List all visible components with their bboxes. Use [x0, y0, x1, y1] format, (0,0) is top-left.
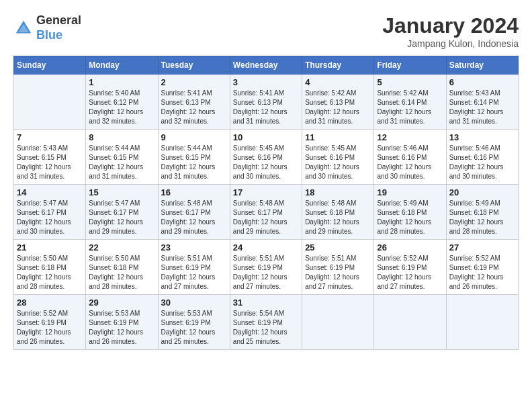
day-number: 3 — [233, 77, 299, 87]
calendar-cell: 27Sunrise: 5:52 AMSunset: 6:19 PMDayligh… — [446, 240, 518, 295]
week-row-5: 28Sunrise: 5:52 AMSunset: 6:19 PMDayligh… — [14, 295, 519, 350]
calendar-cell: 12Sunrise: 5:46 AMSunset: 6:16 PMDayligh… — [374, 130, 446, 185]
day-number: 19 — [377, 187, 443, 197]
calendar-cell: 16Sunrise: 5:48 AMSunset: 6:17 PMDayligh… — [158, 185, 230, 240]
day-number: 30 — [161, 298, 227, 308]
day-number: 5 — [377, 77, 443, 87]
day-number: 12 — [377, 132, 443, 142]
day-header-thursday: Thursday — [302, 56, 374, 75]
day-number: 21 — [17, 242, 83, 253]
day-info: Sunrise: 5:52 AMSunset: 6:19 PMDaylight:… — [17, 309, 83, 347]
logo-icon — [13, 18, 34, 38]
day-number: 23 — [161, 242, 227, 253]
day-info: Sunrise: 5:50 AMSunset: 6:18 PMDaylight:… — [17, 254, 83, 291]
calendar-cell: 20Sunrise: 5:49 AMSunset: 6:18 PMDayligh… — [446, 185, 518, 240]
calendar-cell — [446, 295, 518, 350]
day-header-monday: Monday — [86, 56, 158, 75]
calendar-cell: 30Sunrise: 5:53 AMSunset: 6:19 PMDayligh… — [158, 295, 230, 350]
day-number: 22 — [89, 242, 154, 253]
day-number: 17 — [233, 187, 299, 197]
day-info: Sunrise: 5:45 AMSunset: 6:16 PMDaylight:… — [305, 144, 371, 181]
day-info: Sunrise: 5:45 AMSunset: 6:16 PMDaylight:… — [233, 144, 299, 181]
calendar-cell: 5Sunrise: 5:42 AMSunset: 6:14 PMDaylight… — [374, 75, 446, 130]
day-header-sunday: Sunday — [14, 56, 86, 75]
day-info: Sunrise: 5:44 AMSunset: 6:15 PMDaylight:… — [161, 144, 227, 181]
week-row-4: 21Sunrise: 5:50 AMSunset: 6:18 PMDayligh… — [14, 240, 519, 295]
day-header-wednesday: Wednesday — [230, 56, 302, 75]
day-info: Sunrise: 5:46 AMSunset: 6:16 PMDaylight:… — [449, 144, 515, 181]
day-info: Sunrise: 5:53 AMSunset: 6:19 PMDaylight:… — [89, 309, 154, 347]
page-header: General Blue January 2024 Jampang Kulon,… — [13, 13, 519, 49]
calendar-cell: 6Sunrise: 5:43 AMSunset: 6:14 PMDaylight… — [446, 75, 518, 130]
calendar-cell: 29Sunrise: 5:53 AMSunset: 6:19 PMDayligh… — [86, 295, 158, 350]
calendar-cell: 8Sunrise: 5:44 AMSunset: 6:15 PMDaylight… — [86, 130, 158, 185]
month-title: January 2024 — [382, 13, 519, 38]
logo: General Blue — [13, 13, 81, 42]
day-header-friday: Friday — [374, 56, 446, 75]
day-info: Sunrise: 5:49 AMSunset: 6:18 PMDaylight:… — [449, 199, 515, 236]
location-subtitle: Jampang Kulon, Indonesia — [382, 38, 519, 49]
day-header-saturday: Saturday — [446, 56, 518, 75]
day-number: 24 — [233, 242, 299, 253]
calendar-cell: 14Sunrise: 5:47 AMSunset: 6:17 PMDayligh… — [14, 185, 86, 240]
calendar-cell: 3Sunrise: 5:41 AMSunset: 6:13 PMDaylight… — [230, 75, 302, 130]
day-number: 13 — [449, 132, 515, 142]
calendar-cell — [302, 295, 374, 350]
day-number: 16 — [161, 187, 227, 197]
day-info: Sunrise: 5:47 AMSunset: 6:17 PMDaylight:… — [17, 199, 83, 236]
day-number: 14 — [17, 187, 83, 197]
calendar-cell: 15Sunrise: 5:47 AMSunset: 6:17 PMDayligh… — [86, 185, 158, 240]
day-info: Sunrise: 5:48 AMSunset: 6:17 PMDaylight:… — [233, 199, 299, 236]
title-block: January 2024 Jampang Kulon, Indonesia — [382, 13, 519, 49]
calendar-cell: 26Sunrise: 5:52 AMSunset: 6:19 PMDayligh… — [374, 240, 446, 295]
day-info: Sunrise: 5:51 AMSunset: 6:19 PMDaylight:… — [233, 254, 299, 291]
calendar-cell: 11Sunrise: 5:45 AMSunset: 6:16 PMDayligh… — [302, 130, 374, 185]
calendar-cell: 21Sunrise: 5:50 AMSunset: 6:18 PMDayligh… — [14, 240, 86, 295]
calendar-cell: 23Sunrise: 5:51 AMSunset: 6:19 PMDayligh… — [158, 240, 230, 295]
week-row-1: 1Sunrise: 5:40 AMSunset: 6:12 PMDaylight… — [14, 75, 519, 130]
day-info: Sunrise: 5:43 AMSunset: 6:14 PMDaylight:… — [449, 89, 515, 126]
day-info: Sunrise: 5:43 AMSunset: 6:15 PMDaylight:… — [17, 144, 83, 181]
logo-text: General Blue — [36, 13, 81, 42]
day-number: 15 — [89, 187, 154, 197]
day-info: Sunrise: 5:41 AMSunset: 6:13 PMDaylight:… — [161, 89, 227, 126]
day-info: Sunrise: 5:54 AMSunset: 6:19 PMDaylight:… — [233, 309, 299, 347]
day-info: Sunrise: 5:48 AMSunset: 6:18 PMDaylight:… — [305, 199, 371, 236]
calendar-cell: 17Sunrise: 5:48 AMSunset: 6:17 PMDayligh… — [230, 185, 302, 240]
calendar-cell: 22Sunrise: 5:50 AMSunset: 6:18 PMDayligh… — [86, 240, 158, 295]
day-info: Sunrise: 5:41 AMSunset: 6:13 PMDaylight:… — [233, 89, 299, 126]
day-number: 27 — [449, 242, 515, 253]
day-number: 8 — [89, 132, 154, 142]
day-number: 20 — [449, 187, 515, 197]
day-header-tuesday: Tuesday — [158, 56, 230, 75]
day-info: Sunrise: 5:40 AMSunset: 6:12 PMDaylight:… — [89, 89, 154, 126]
calendar-cell — [14, 75, 86, 130]
calendar-cell: 1Sunrise: 5:40 AMSunset: 6:12 PMDaylight… — [86, 75, 158, 130]
calendar-cell: 2Sunrise: 5:41 AMSunset: 6:13 PMDaylight… — [158, 75, 230, 130]
calendar-cell: 25Sunrise: 5:51 AMSunset: 6:19 PMDayligh… — [302, 240, 374, 295]
day-info: Sunrise: 5:42 AMSunset: 6:14 PMDaylight:… — [377, 89, 443, 126]
day-info: Sunrise: 5:44 AMSunset: 6:15 PMDaylight:… — [89, 144, 154, 181]
day-info: Sunrise: 5:52 AMSunset: 6:19 PMDaylight:… — [377, 254, 443, 291]
week-row-2: 7Sunrise: 5:43 AMSunset: 6:15 PMDaylight… — [14, 130, 519, 185]
day-number: 4 — [305, 77, 371, 87]
day-number: 2 — [161, 77, 227, 87]
day-number: 6 — [449, 77, 515, 87]
calendar-cell: 24Sunrise: 5:51 AMSunset: 6:19 PMDayligh… — [230, 240, 302, 295]
calendar-table: SundayMondayTuesdayWednesdayThursdayFrid… — [13, 56, 519, 350]
day-number: 25 — [305, 242, 371, 253]
day-number: 7 — [17, 132, 83, 142]
day-info: Sunrise: 5:53 AMSunset: 6:19 PMDaylight:… — [161, 309, 227, 347]
day-number: 18 — [305, 187, 371, 197]
day-number: 26 — [377, 242, 443, 253]
day-info: Sunrise: 5:52 AMSunset: 6:19 PMDaylight:… — [449, 254, 515, 291]
header-row: SundayMondayTuesdayWednesdayThursdayFrid… — [14, 56, 519, 75]
day-number: 9 — [161, 132, 227, 142]
day-number: 1 — [89, 77, 154, 87]
day-number: 28 — [17, 298, 83, 308]
day-number: 11 — [305, 132, 371, 142]
calendar-cell: 4Sunrise: 5:42 AMSunset: 6:13 PMDaylight… — [302, 75, 374, 130]
day-info: Sunrise: 5:47 AMSunset: 6:17 PMDaylight:… — [89, 199, 154, 236]
day-info: Sunrise: 5:50 AMSunset: 6:18 PMDaylight:… — [89, 254, 154, 291]
calendar-cell: 19Sunrise: 5:49 AMSunset: 6:18 PMDayligh… — [374, 185, 446, 240]
